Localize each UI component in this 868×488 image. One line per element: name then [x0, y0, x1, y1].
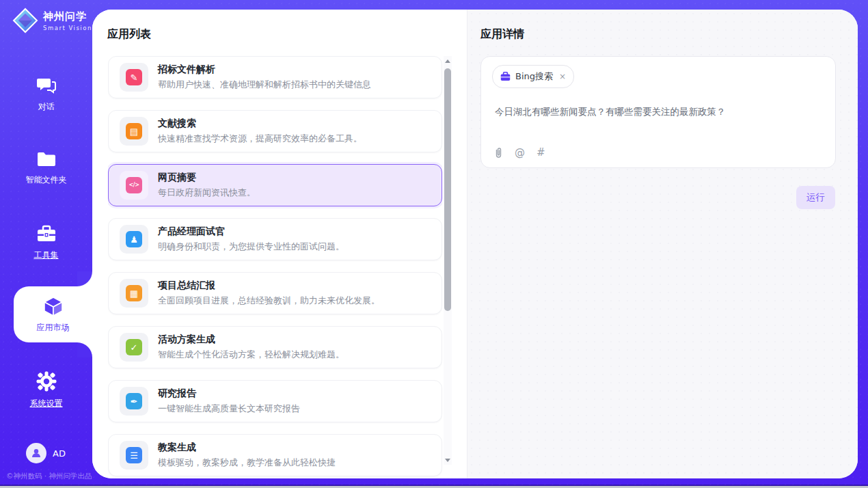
scrollbar-up-arrow[interactable]	[444, 56, 452, 66]
avatar	[26, 443, 46, 463]
app-title: 研究报告	[158, 388, 300, 400]
briefcase-icon	[500, 72, 511, 81]
query-text-input[interactable]: 今日湖北有哪些新闻要点？有哪些需要关注的最新政策？	[495, 105, 822, 118]
chat-icon	[36, 76, 57, 95]
app-icon-container: ▦	[120, 279, 148, 308]
app-card[interactable]: ✒ 研究报告 一键智能生成高质量长文本研究报告	[108, 380, 442, 422]
scrollbar-thumb[interactable]	[444, 68, 451, 311]
active-tab-bottom-curve	[77, 342, 92, 357]
app-title: 教案生成	[158, 442, 336, 454]
sidebar-item-label: 系统设置	[0, 398, 92, 409]
app-card[interactable]: ♟ 产品经理面试官 明确身份和职责，为您提供专业性的面试问题。	[108, 218, 442, 260]
app-detail-title: 应用详情	[480, 27, 524, 42]
tool-chip-bing-search[interactable]: Bing搜索 ×	[492, 65, 574, 88]
interviewer-icon: ♟	[126, 231, 142, 247]
person-icon	[31, 448, 42, 459]
app-card[interactable]: ▤ 文献搜索 快速精准查找学术资源，提高研究效率的必备工具。	[108, 110, 442, 152]
books-icon: ☰	[126, 447, 142, 463]
book-icon: ▤	[126, 123, 142, 139]
chip-remove-icon[interactable]: ×	[559, 72, 566, 81]
sidebar-item-label: 应用市场	[14, 322, 92, 334]
tool-chip-label: Bing搜索	[515, 70, 553, 83]
copyright-footer: ©神州数码 · 神州问学出品	[6, 472, 92, 481]
user-account[interactable]: AD	[26, 443, 66, 463]
app-description: 快速精准查找学术资源，提高研究效率的必备工具。	[158, 133, 362, 145]
app-list-panel: 应用列表 ✎ 招标文件解析 帮助用户快速、准确地理解和解析招标书中的关键信息 ▤…	[92, 10, 467, 478]
app-title: 招标文件解析	[158, 64, 371, 76]
app-description: 每日政府新闻资讯快查。	[158, 187, 256, 199]
app-description: 帮助用户快速、准确地理解和解析招标书中的关键信息	[158, 79, 371, 91]
browser-code-icon: </>	[126, 177, 142, 193]
app-icon-container: ✓	[120, 333, 148, 362]
app-list: ✎ 招标文件解析 帮助用户快速、准确地理解和解析招标书中的关键信息 ▤ 文献搜索…	[108, 56, 442, 478]
app-title: 项目总结汇报	[158, 280, 380, 292]
app-description: 一键智能生成高质量长文本研究报告	[158, 403, 300, 415]
user-initials: AD	[53, 448, 66, 459]
sidebar-item-toolbox[interactable]: 工具集	[0, 224, 92, 261]
gear-icon	[36, 371, 57, 392]
folder-icon	[36, 150, 57, 168]
sidebar-item-app-market[interactable]: 应用市场	[14, 286, 92, 342]
sidebar-item-label: 工具集	[0, 249, 92, 261]
app-title: 文献搜索	[158, 118, 362, 130]
app-icon-container: </>	[120, 171, 148, 200]
app-detail-panel: 应用详情 Bing搜索 × 今日湖北有哪些新闻要点？有哪些需要关注的最新政策？ …	[467, 10, 858, 478]
app-icon-container: ✎	[120, 63, 148, 92]
main-content: 应用列表 ✎ 招标文件解析 帮助用户快速、准确地理解和解析招标书中的关键信息 ▤…	[92, 10, 858, 478]
hash-tag-icon[interactable]: #	[537, 146, 545, 159]
app-icon-container: ♟	[120, 225, 148, 254]
app-title: 产品经理面试官	[158, 226, 344, 238]
brand-logo: 神州问学 Smart Vision	[12, 8, 92, 33]
app-description: 模板驱动，教案秒成，教学准备从此轻松快捷	[158, 457, 336, 469]
app-description: 全面回顾项目进展，总结经验教训，助力未来优化发展。	[158, 295, 380, 307]
notepad-icon: ▦	[126, 285, 142, 301]
app-description: 智能生成个性化活动方案，轻松解决规划难题。	[158, 349, 344, 361]
app-card[interactable]: </> 网页摘要 每日政府新闻资讯快查。	[108, 164, 442, 206]
app-card[interactable]: ☰ 教案生成 模板驱动，教案秒成，教学准备从此轻松快捷	[108, 434, 442, 476]
app-card[interactable]: ✓ 活动方案生成 智能生成个性化活动方案，轻松解决规划难题。	[108, 326, 442, 368]
app-title: 网页摘要	[158, 172, 256, 184]
cube-icon	[42, 295, 64, 317]
microscope-icon: ✒	[126, 393, 142, 409]
composer-toolbar: @ #	[494, 146, 545, 159]
brand-name: 神州问学	[43, 10, 92, 23]
sidebar-item-label: 智能文件夹	[0, 174, 92, 186]
app-description: 明确身份和职责，为您提供专业性的面试问题。	[158, 241, 344, 253]
paperclip-icon[interactable]	[494, 147, 503, 159]
toolbox-icon	[36, 224, 57, 243]
app-card[interactable]: ✎ 招标文件解析 帮助用户快速、准确地理解和解析招标书中的关键信息	[108, 56, 442, 98]
run-button[interactable]: 运行	[796, 186, 835, 209]
app-icon-container: ▤	[120, 117, 148, 146]
brand-subtitle: Smart Vision	[43, 25, 92, 31]
scrollbar-down-arrow[interactable]	[444, 455, 452, 465]
active-tab-top-curve	[77, 271, 92, 286]
prompt-composer[interactable]: Bing搜索 × 今日湖北有哪些新闻要点？有哪些需要关注的最新政策？ @ #	[480, 56, 836, 168]
app-card[interactable]: ▦ 项目总结汇报 全面回顾项目进展，总结经验教训，助力未来优化发展。	[108, 272, 442, 314]
document-edit-icon: ✎	[126, 69, 142, 85]
app-title: 活动方案生成	[158, 334, 344, 346]
app-list-title: 应用列表	[107, 27, 151, 42]
diamond-logo-icon	[12, 8, 38, 33]
app-icon-container: ✒	[120, 387, 148, 416]
sidebar-item-chat[interactable]: 对话	[0, 76, 92, 113]
sidebar-item-settings[interactable]: 系统设置	[0, 371, 92, 409]
sidebar: 神州问学 Smart Vision 对话 智能文件夹 工具集	[0, 0, 92, 488]
at-mention-icon[interactable]: @	[515, 146, 525, 159]
clipboard-check-icon: ✓	[126, 339, 142, 355]
app-list-scrollbar	[444, 56, 452, 465]
sidebar-item-smart-folder[interactable]: 智能文件夹	[0, 150, 92, 186]
sidebar-item-label: 对话	[0, 101, 92, 113]
app-icon-container: ☰	[120, 441, 148, 470]
